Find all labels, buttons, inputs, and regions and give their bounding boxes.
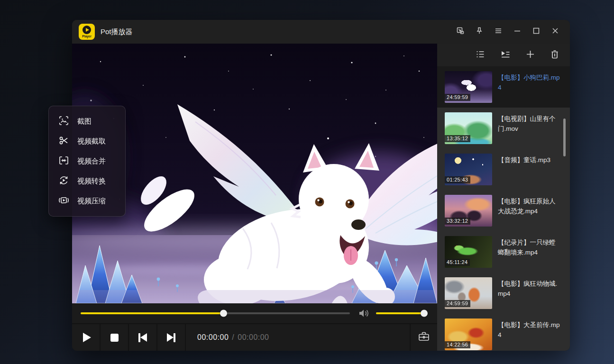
convert-icon [58, 175, 69, 187]
menu-item-video-merge[interactable]: 视频合并 [49, 151, 125, 171]
playlist-toolbar [437, 44, 570, 66]
next-button[interactable] [157, 324, 186, 351]
play-button[interactable] [72, 324, 101, 351]
merge-icon [58, 155, 69, 167]
menu-item-video-compress[interactable]: 视频压缩 [49, 191, 125, 211]
minimize-icon [513, 27, 522, 37]
duration-badge: 45:11:24 [445, 259, 470, 266]
video-thumbnail: 01:25:43 [445, 154, 492, 185]
scissors-icon [58, 135, 69, 147]
menu-label: 视频截取 [77, 137, 106, 146]
video-thumbnail: 14:22:56 [445, 318, 492, 350]
video-title: 【电视剧】山里有个门.mov [498, 112, 561, 144]
duration-badge: 24:59:59 [445, 300, 470, 307]
transport-controls: 00:00:00 / 00:00:00 [72, 323, 437, 351]
video-title: 【电影】疯狂原始人大战恐龙.mp4 [498, 195, 561, 227]
duration-badge: 13:35:12 [445, 135, 470, 142]
playlist-item[interactable]: 13:35:12 【电视剧】山里有个门.mov [437, 108, 570, 149]
compress-icon [58, 195, 69, 207]
seek-bar[interactable] [81, 312, 350, 314]
playlist-panel: 24:59:59 【电影】小狗巴莉.mp4 13:35:12 【电视剧】山里有个… [437, 44, 570, 351]
menu-label: 视频压缩 [77, 197, 106, 206]
seek-handle[interactable] [220, 310, 227, 317]
time-separator: / [232, 333, 234, 342]
video-title: 【电影】小狗巴莉.mp4 [498, 71, 561, 103]
video-title: 【电影】疯狂动物城.mp4 [498, 277, 561, 309]
toolbox-button[interactable] [410, 324, 437, 351]
next-icon [167, 333, 175, 342]
pot-player-logo: Player [79, 24, 95, 40]
video-thumbnail: 24:59:59 [445, 277, 492, 309]
title-bar[interactable]: Player Pot播放器 [72, 20, 570, 44]
toolbox-icon [418, 331, 430, 344]
menu-item-video-clip[interactable]: 视频截取 [49, 131, 125, 151]
maximize-icon [532, 27, 541, 37]
duration-badge: 14:22:56 [445, 341, 470, 348]
duration-badge: 01:25:43 [445, 176, 470, 183]
video-title: 【纪录片】一只绿螳螂翻墙来.mp4 [498, 236, 561, 268]
titlebar-controls [452, 24, 563, 40]
video-thumbnail: 24:59:59 [445, 71, 492, 103]
playlist-item[interactable]: 01:25:43 【音频】童话.mp3 [437, 149, 570, 190]
video-thumbnail: 13:35:12 [445, 112, 492, 144]
total-time: 00:00:00 [238, 333, 269, 342]
maximize-button[interactable] [528, 24, 544, 40]
video-column: 00:00:00 / 00:00:00 [72, 44, 437, 351]
hamburger-menu-icon [494, 27, 503, 37]
mini-player-icon [456, 27, 465, 37]
duration-badge: 24:59:59 [445, 94, 470, 101]
menu-label: 视频转换 [77, 177, 106, 186]
video-title: 【音频】童话.mp3 [498, 154, 561, 185]
pin-icon [475, 27, 484, 37]
close-button[interactable] [547, 24, 563, 40]
volume-handle[interactable] [421, 310, 428, 317]
video-title: 【电影】大圣前传.mp4 [498, 318, 561, 350]
window-title: Pot播放器 [101, 27, 133, 36]
current-time: 00:00:00 [197, 333, 229, 342]
duration-badge: 33:32:12 [445, 218, 470, 225]
volume-bar[interactable] [376, 312, 425, 314]
playlist-scrollbar[interactable] [563, 118, 566, 156]
video-thumbnail: 33:32:12 [445, 195, 492, 227]
seek-volume-row [72, 303, 437, 323]
screenshot-icon [58, 115, 69, 127]
stop-button[interactable] [101, 324, 129, 351]
menu-item-screenshot[interactable]: 截图 [49, 111, 125, 131]
play-circle-icon [82, 26, 91, 34]
seek-bar-fill [81, 312, 223, 314]
speaker-icon[interactable] [358, 308, 370, 318]
time-display: 00:00:00 / 00:00:00 [186, 324, 269, 351]
playlist-list-icon[interactable] [476, 49, 486, 61]
stop-icon [110, 334, 119, 342]
playlist-item[interactable]: 24:59:59 【电影】小狗巴莉.mp4 [437, 66, 570, 108]
add-media-icon[interactable] [525, 49, 535, 61]
menu-label: 截图 [77, 117, 92, 126]
mini-player-button[interactable] [452, 24, 468, 40]
pin-on-top-button[interactable] [471, 24, 487, 40]
previous-icon [138, 333, 147, 342]
playlist-items: 24:59:59 【电影】小狗巴莉.mp4 13:35:12 【电视剧】山里有个… [437, 66, 570, 351]
context-menu: 截图 视频截取 视频合并 视频转换 视频压缩 [48, 106, 126, 217]
delete-icon[interactable] [550, 49, 559, 61]
now-playing-icon[interactable] [500, 49, 511, 61]
video-thumbnail: 45:11:24 [445, 236, 492, 268]
menu-label: 视频合并 [77, 157, 106, 166]
playlist-item[interactable]: 14:22:56 【电影】大圣前传.mp4 [437, 314, 570, 351]
app-window: Player Pot播放器 [72, 20, 570, 351]
playlist-item[interactable]: 33:32:12 【电影】疯狂原始人大战恐龙.mp4 [437, 190, 570, 231]
main-menu-button[interactable] [490, 24, 506, 40]
logo-label: Player [82, 35, 92, 38]
video-frame-artwork [72, 44, 437, 303]
menu-item-video-convert[interactable]: 视频转换 [49, 171, 125, 191]
minimize-button[interactable] [509, 24, 525, 40]
play-icon [83, 333, 91, 342]
previous-button[interactable] [129, 324, 157, 351]
playlist-item[interactable]: 24:59:59 【电影】疯狂动物城.mp4 [437, 273, 570, 314]
volume-bar-fill [376, 312, 424, 314]
playlist-item[interactable]: 45:11:24 【纪录片】一只绿螳螂翻墙来.mp4 [437, 231, 570, 273]
close-icon [551, 27, 559, 37]
video-display-area[interactable] [72, 44, 437, 303]
